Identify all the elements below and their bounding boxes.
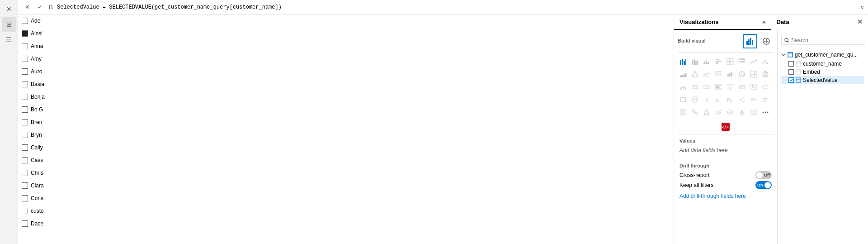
kpi-icon[interactable] xyxy=(701,81,712,92)
chart-type-button[interactable] xyxy=(743,34,757,48)
format-icon[interactable] xyxy=(759,34,774,48)
data-tree-item-selectedvalue[interactable]: SelectedValue xyxy=(781,76,864,84)
list-item-checkbox[interactable] xyxy=(22,220,28,227)
area-chart-icon[interactable] xyxy=(748,56,759,67)
shape-icon[interactable] xyxy=(689,69,700,80)
icon-5-5[interactable] xyxy=(725,107,736,118)
search-input[interactable] xyxy=(791,37,861,43)
list-item[interactable]: Ciara xyxy=(18,179,72,192)
list-item-cally[interactable]: Cally xyxy=(18,141,72,154)
list-item[interactable]: Dace xyxy=(18,217,72,230)
list-item-checkbox[interactable] xyxy=(22,68,28,75)
column-chart-icon[interactable] xyxy=(701,56,712,67)
matrix-icon[interactable] xyxy=(736,56,747,67)
list-item[interactable]: Ainsl xyxy=(18,27,72,40)
data-close-icon[interactable]: ✕ xyxy=(857,18,863,25)
list-item[interactable]: Alma xyxy=(18,40,72,53)
add-data-fields[interactable]: Add data fields here xyxy=(679,145,772,155)
keep-filters-toggle[interactable]: On xyxy=(755,181,772,189)
list-item[interactable]: Auro xyxy=(18,65,72,78)
list-item[interactable]: Bren xyxy=(18,116,72,129)
line-chart-icon[interactable] xyxy=(689,56,700,67)
pie-chart-icon[interactable] xyxy=(736,69,747,80)
list-item-checkbox[interactable] xyxy=(22,119,28,125)
list-item-checkbox[interactable] xyxy=(22,106,28,113)
list-item[interactable]: Cass xyxy=(18,154,72,167)
icon-5-2[interactable] xyxy=(689,107,700,118)
card-icon[interactable] xyxy=(689,81,700,92)
cross-report-toggle[interactable]: Off xyxy=(755,171,772,179)
list-item-checkbox[interactable] xyxy=(22,182,28,189)
list-item[interactable]: Amy xyxy=(18,53,72,65)
list-item-checkbox[interactable] xyxy=(22,208,28,214)
formula-expand-button[interactable]: ∨ xyxy=(860,4,864,10)
list-item-checkbox[interactable] xyxy=(22,56,28,62)
grid-icon[interactable]: ⊞ xyxy=(2,17,16,32)
data-item-checkbox[interactable] xyxy=(788,61,794,67)
list-item[interactable]: Bo G xyxy=(18,103,72,116)
line-area-icon[interactable] xyxy=(701,69,712,80)
r-visual-icon[interactable]: R xyxy=(713,94,724,105)
list-item-checkbox[interactable] xyxy=(22,18,28,24)
list-item-checkbox[interactable] xyxy=(22,170,28,176)
stacked-bar-icon[interactable] xyxy=(678,56,689,67)
list-item[interactable]: Benja xyxy=(18,91,72,103)
gauge-icon[interactable] xyxy=(678,81,689,92)
tab-visualizations[interactable]: Visualizations » xyxy=(674,14,771,30)
icon-5-4[interactable] xyxy=(713,107,724,118)
svg-rect-55 xyxy=(716,84,721,86)
bar-chart-icon[interactable] xyxy=(713,56,724,67)
funnel-icon[interactable] xyxy=(725,81,736,92)
icon-5-3[interactable] xyxy=(701,107,712,118)
list-item-checkbox[interactable] xyxy=(22,43,28,49)
area-stacked-icon[interactable] xyxy=(678,69,689,80)
formula-confirm-button[interactable]: ✓ xyxy=(34,2,45,13)
list-item-checkbox[interactable] xyxy=(22,157,28,163)
table-icon[interactable] xyxy=(725,56,736,67)
icon-5-6[interactable] xyxy=(736,107,747,118)
python-visual-icon[interactable]: Py xyxy=(725,94,736,105)
smart-narrative-icon[interactable] xyxy=(689,94,700,105)
data-item-checkbox[interactable] xyxy=(788,69,794,75)
list-item-checkbox[interactable] xyxy=(22,94,28,100)
data-item-checkbox-checked[interactable] xyxy=(788,77,794,83)
html-visual-icon[interactable]: </> xyxy=(678,121,774,132)
close-icon[interactable]: ✕ xyxy=(2,2,16,16)
shape2-icon[interactable] xyxy=(678,94,689,105)
list-item[interactable]: Basia xyxy=(18,78,72,91)
list-item-checkbox[interactable] xyxy=(22,132,28,138)
slicer-icon[interactable] xyxy=(713,81,724,92)
button-icon[interactable] xyxy=(760,81,771,92)
list-item[interactable]: Bryn xyxy=(18,129,72,141)
icon-5-1[interactable] xyxy=(678,107,689,118)
tab-data[interactable]: Data ✕ xyxy=(771,14,868,30)
ribbon-icon[interactable] xyxy=(713,69,724,80)
map-icon[interactable] xyxy=(760,69,771,80)
svg-rect-52 xyxy=(704,85,709,89)
icon-5-7[interactable] xyxy=(748,107,759,118)
data-tree-root[interactable]: get_customer_name_qu... xyxy=(781,51,864,60)
list-item[interactable]: Cons xyxy=(18,192,72,205)
list-item[interactable]: custo xyxy=(18,205,72,217)
narrative-icon[interactable] xyxy=(760,94,771,105)
qna-icon[interactable] xyxy=(701,94,712,105)
list-item[interactable]: Chris xyxy=(18,167,72,179)
image-icon[interactable] xyxy=(748,81,759,92)
list-item-checkbox[interactable] xyxy=(22,81,28,87)
decomp-tree-icon[interactable] xyxy=(736,94,747,105)
textbox-icon[interactable] xyxy=(736,81,747,92)
data-tree-item-embed[interactable]: Embed xyxy=(781,68,864,76)
list-item-checkbox[interactable] xyxy=(22,195,28,201)
key-influencers-icon[interactable] xyxy=(748,94,759,105)
treemap-icon[interactable] xyxy=(748,69,759,80)
list-item-checkbox[interactable] xyxy=(22,30,28,37)
waterfall-icon[interactable] xyxy=(725,69,736,80)
more-visuals-icon[interactable] xyxy=(760,107,771,118)
add-drill-through-fields[interactable]: Add drill-through fields here xyxy=(679,191,772,201)
list-item[interactable]: Adel xyxy=(18,14,72,27)
scatter-icon[interactable] xyxy=(760,56,771,67)
formula-close-button[interactable]: ✕ xyxy=(22,2,33,13)
layers-icon[interactable]: ☰ xyxy=(2,33,16,47)
list-item-checkbox[interactable] xyxy=(22,144,28,151)
data-tree-item-customer-name[interactable]: customer_name xyxy=(781,60,864,68)
